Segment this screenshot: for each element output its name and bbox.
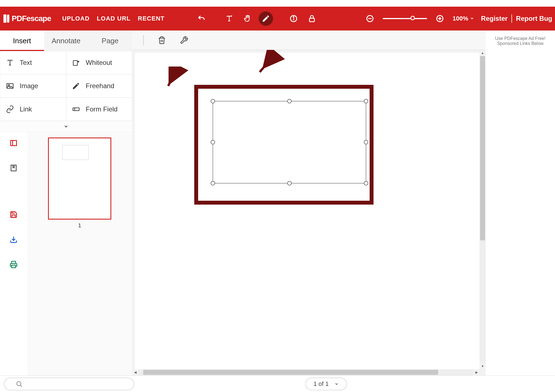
ad-line-2: Sponsored Links Below	[486, 41, 555, 46]
resize-handle-ml[interactable]	[211, 140, 215, 144]
info-button[interactable]	[286, 11, 301, 26]
tool-freehand[interactable]: Freehand	[66, 74, 132, 98]
svg-point-22	[17, 381, 21, 386]
vertical-scrollbar[interactable]: ▲ ▼	[480, 50, 486, 369]
object-properties-button[interactable]	[180, 36, 188, 44]
zoom-slider[interactable]	[383, 18, 427, 19]
edit-tool-button[interactable]	[259, 11, 273, 26]
chevron-down-icon	[470, 15, 474, 22]
hscroll-track[interactable]	[138, 369, 473, 375]
rail-download[interactable]	[8, 234, 19, 245]
object-toolbar	[132, 30, 486, 50]
thumbnail-1-label: 1	[78, 222, 81, 229]
whiteout-icon	[72, 58, 80, 67]
text-tool-button[interactable]	[222, 11, 236, 26]
tab-insert[interactable]: Insert	[0, 30, 44, 51]
app-logo[interactable]: PDFescape	[3, 14, 51, 23]
zoom-knob[interactable]	[410, 16, 415, 20]
vscroll-thumb[interactable]	[480, 56, 485, 240]
svg-rect-14	[73, 108, 79, 111]
horizontal-scrollbar[interactable]: ◀ ▶	[132, 369, 480, 375]
register-link[interactable]: Register	[481, 15, 508, 22]
app-body: Insert Annotate Page Text Whiteout Image…	[0, 30, 555, 375]
chevron-down-icon	[334, 382, 339, 386]
document-page[interactable]	[135, 53, 480, 369]
nav-upload[interactable]: UPLOAD	[62, 15, 90, 22]
tool-whiteout[interactable]: Whiteout	[66, 51, 132, 74]
scroll-left-button[interactable]: ◀	[132, 369, 138, 375]
resize-handle-mr[interactable]	[364, 140, 368, 144]
chevron-down-icon	[64, 124, 69, 129]
report-bug-link[interactable]: Report Bug	[516, 15, 552, 22]
logo-icon	[3, 14, 10, 23]
lower-left: 1	[0, 132, 132, 375]
page-selector[interactable]: 1 of 1	[305, 378, 347, 390]
tool-link[interactable]: Link	[0, 98, 66, 121]
logo-text: PDFescape	[12, 14, 51, 23]
nav-recent[interactable]: RECENT	[138, 15, 165, 22]
resize-handle-bm[interactable]	[287, 181, 292, 185]
page-thumbnail-1[interactable]	[48, 138, 111, 220]
svg-line-23	[21, 385, 22, 387]
browser-bar	[0, 0, 555, 7]
svg-rect-11	[73, 61, 77, 66]
document-area: ▲ ▼ ◀ ▶	[132, 30, 486, 375]
tool-image-label: Image	[20, 82, 38, 90]
delete-object-button[interactable]	[158, 36, 166, 44]
text-icon	[6, 58, 14, 67]
insert-tools: Text Whiteout Image Freehand Link Form F…	[0, 51, 132, 121]
toolbar-divider	[143, 35, 144, 45]
image-icon	[6, 82, 14, 90]
resize-handle-tm[interactable]	[287, 99, 292, 103]
vscroll-track[interactable]	[480, 56, 486, 363]
tab-page[interactable]: Page	[88, 30, 132, 51]
tool-freehand-label: Freehand	[86, 82, 114, 90]
rail-thumbnails[interactable]	[8, 138, 19, 149]
side-rail	[0, 132, 27, 375]
zoom-in-button[interactable]	[433, 11, 447, 26]
app-header: PDFescape UPLOAD LOAD URL RECENT	[0, 7, 555, 30]
tab-annotate[interactable]: Annotate	[44, 30, 88, 51]
nav-load-url[interactable]: LOAD URL	[97, 15, 131, 22]
scroll-down-button[interactable]: ▼	[480, 363, 486, 369]
tool-image[interactable]: Image	[0, 74, 66, 98]
lock-button[interactable]	[305, 11, 319, 26]
thumbnails-pane: 1	[27, 132, 132, 375]
resize-handle-tr[interactable]	[364, 99, 368, 103]
svg-rect-16	[11, 141, 17, 146]
svg-rect-1	[7, 14, 9, 23]
zoom-out-button[interactable]	[363, 11, 377, 26]
left-panel: Insert Annotate Page Text Whiteout Image…	[0, 30, 132, 375]
undo-button[interactable]	[194, 11, 209, 26]
zoom-controls: 100%	[363, 11, 474, 26]
tool-tabs: Insert Annotate Page	[0, 30, 132, 51]
hand-tool-button[interactable]	[240, 11, 255, 26]
search-input[interactable]	[4, 378, 134, 390]
scroll-up-button[interactable]: ▲	[480, 50, 486, 56]
rail-save[interactable]	[8, 209, 19, 220]
tool-text[interactable]: Text	[0, 51, 66, 74]
tool-link-label: Link	[20, 105, 32, 113]
expand-tools-button[interactable]	[0, 121, 132, 132]
tool-form-field[interactable]: Form Field	[66, 98, 132, 121]
thumbnail-object	[62, 145, 89, 160]
scroll-right-button[interactable]: ▶	[473, 369, 480, 375]
resize-handle-bl[interactable]	[211, 181, 215, 185]
ad-line-1: Use PDFescape Ad Free!	[486, 36, 555, 41]
nav-buttons: UPLOAD LOAD URL RECENT	[62, 15, 165, 22]
footer-bar: 1 of 1	[0, 375, 555, 392]
tool-whiteout-label: Whiteout	[86, 59, 112, 67]
svg-rect-5	[309, 18, 314, 22]
hscroll-thumb[interactable]	[143, 370, 438, 375]
search-icon	[16, 380, 23, 388]
zoom-level-dropdown[interactable]: 100%	[453, 15, 474, 22]
svg-rect-0	[3, 14, 6, 23]
svg-point-4	[293, 17, 294, 17]
rail-print[interactable]	[8, 259, 19, 270]
doc-scroll-area[interactable]	[132, 50, 480, 369]
resize-handle-br[interactable]	[364, 181, 368, 185]
doc-viewport: ▲ ▼	[132, 50, 486, 369]
rail-bookmarks[interactable]	[8, 162, 19, 174]
selected-whiteout-object[interactable]	[213, 101, 366, 184]
resize-handle-tl[interactable]	[211, 99, 215, 103]
